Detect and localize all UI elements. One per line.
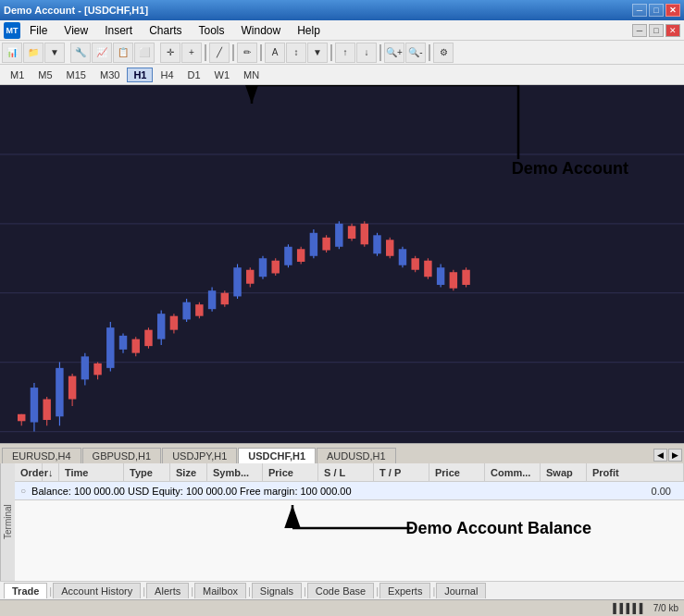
svg-rect-60 (361, 224, 368, 244)
draw-button[interactable]: ✏ (237, 43, 257, 63)
open-button[interactable]: 📁 (23, 43, 44, 63)
svg-rect-34 (195, 304, 203, 315)
svg-rect-62 (373, 235, 380, 253)
chart-down-button[interactable]: ↓ (356, 43, 377, 63)
line-button[interactable]: ╱ (209, 43, 230, 63)
svg-rect-38 (221, 293, 229, 304)
svg-rect-56 (335, 224, 342, 247)
chart-section: Demo Account EURUSD,H4 GBPUSD,H1 USDJPY,… (0, 85, 684, 463)
svg-rect-76 (462, 270, 469, 285)
terminal-body: Terminal Order ↓ Time Type Size Symb... … (0, 463, 684, 581)
tf-h4[interactable]: H4 (154, 68, 180, 82)
menu-close-button[interactable]: ✕ (665, 24, 680, 37)
chart-tab-left-arrow[interactable]: ◀ (653, 449, 667, 462)
th-order: Order (15, 463, 43, 481)
terminal-section: Terminal Order ↓ Time Type Size Symb... … (0, 463, 684, 616)
svg-rect-18 (93, 363, 101, 375)
timeframe-bar: M1 M5 M15 M30 H1 H4 D1 W1 MN (0, 65, 684, 85)
tab-separator-7: | (432, 585, 435, 597)
svg-rect-70 (424, 261, 431, 277)
zoom-button[interactable]: + (181, 43, 202, 63)
svg-rect-36 (208, 290, 216, 309)
bottom-tab-trade[interactable]: Trade (4, 583, 47, 598)
tf-h1[interactable]: H1 (127, 68, 153, 82)
svg-rect-66 (399, 249, 406, 265)
menu-restore-button[interactable]: □ (649, 24, 664, 37)
th-price2: Price (429, 463, 485, 481)
property-button[interactable]: ⚙ (433, 43, 454, 63)
indicator-button[interactable]: 📈 (92, 43, 112, 63)
tf-m15[interactable]: M15 (60, 68, 93, 82)
chart-up-button[interactable]: ↑ (335, 43, 355, 63)
svg-rect-74 (450, 272, 457, 288)
new-chart-button[interactable]: 📊 (2, 43, 22, 63)
expert-button[interactable]: 🔧 (70, 43, 91, 63)
svg-rect-44 (259, 258, 267, 277)
bottom-tab-account-history[interactable]: Account History (53, 583, 141, 598)
chart-tab-eurusd[interactable]: EURUSD,H4 (2, 448, 81, 463)
menu-tools[interactable]: Tools (192, 22, 232, 39)
balance-arrow (15, 500, 684, 581)
menu-window[interactable]: Window (234, 22, 289, 39)
menu-file[interactable]: File (22, 22, 55, 39)
chart-tab-usdchf[interactable]: USDCHF,H1 (238, 448, 316, 463)
chart-tabs: EURUSD,H4 GBPUSD,H1 USDJPY,H1 USDCHF,H1 … (0, 443, 684, 463)
tf-w1[interactable]: W1 (208, 68, 237, 82)
script-button[interactable]: 📋 (113, 43, 133, 63)
svg-rect-54 (322, 238, 330, 251)
bottom-tab-experts[interactable]: Experts (379, 583, 430, 598)
chart-container[interactable]: Demo Account (0, 85, 684, 443)
svg-rect-46 (271, 261, 279, 274)
tf-m5[interactable]: M5 (31, 68, 58, 82)
th-size: Size (170, 463, 207, 481)
th-sort-indicator[interactable]: ↓ (43, 463, 59, 481)
chart-tab-gbpusd[interactable]: GBPUSD,H1 (82, 448, 162, 463)
close-button[interactable]: ✕ (665, 4, 680, 17)
balance-indicator: ○ (20, 486, 26, 496)
th-sl: S / L (318, 463, 374, 481)
text-button[interactable]: A (265, 43, 285, 63)
svg-rect-14 (68, 376, 76, 400)
bottom-tab-journal[interactable]: Journal (436, 583, 486, 598)
menu-view[interactable]: View (56, 22, 95, 39)
chart-tab-audusd[interactable]: AUDUSD,H1 (317, 448, 396, 463)
chart-tab-right-arrow[interactable]: ▶ (668, 449, 682, 462)
svg-rect-8 (31, 388, 38, 422)
minimize-button[interactable]: ─ (632, 4, 647, 17)
cursor-dropdown-button[interactable]: ▼ (307, 43, 328, 63)
bottom-tab-alerts[interactable]: Alerts (146, 583, 189, 598)
menu-insert[interactable]: Insert (97, 22, 140, 39)
bottom-tab-signals[interactable]: Signals (252, 583, 302, 598)
menu-bar: MT File View Insert Charts Tools Window … (0, 20, 684, 41)
menu-help[interactable]: Help (290, 22, 328, 39)
toolbar: 📊 📁 ▼ 🔧 📈 📋 ⬜ ✛ + ╱ ✏ A ↕ ▼ ↑ ↓ 🔍+ 🔍- ⚙ (0, 41, 684, 65)
menu-minimize-button[interactable]: ─ (632, 24, 647, 37)
restore-button[interactable]: □ (649, 4, 664, 17)
svg-rect-48 (284, 247, 292, 265)
tf-m1[interactable]: M1 (4, 68, 31, 82)
svg-rect-52 (310, 233, 317, 256)
svg-rect-72 (437, 267, 444, 285)
svg-rect-6 (18, 414, 25, 421)
bottom-tab-codebase[interactable]: Code Base (307, 583, 374, 598)
bottom-tab-mailbox[interactable]: Mailbox (194, 583, 246, 598)
menu-charts[interactable]: Charts (142, 22, 189, 39)
tab-separator-2: | (143, 585, 145, 597)
tf-mn[interactable]: MN (237, 68, 266, 82)
th-time: Time (59, 463, 124, 481)
window-title: Demo Account - [USDCHF,H1] (4, 5, 148, 16)
crosshair-button[interactable]: ✛ (160, 43, 180, 63)
chart-tab-usdjpy[interactable]: USDJPY,H1 (162, 448, 237, 463)
zoom-out-button[interactable]: 🔍- (405, 43, 426, 63)
svg-rect-24 (132, 339, 140, 353)
zoom-in-button[interactable]: 🔍+ (384, 43, 404, 63)
arrow-button[interactable]: ↕ (286, 43, 306, 63)
template-button[interactable]: ⬜ (134, 43, 155, 63)
table-header: Order ↓ Time Type Size Symb... Price S /… (15, 463, 684, 482)
dropdown-button[interactable]: ▼ (44, 43, 65, 63)
tf-d1[interactable]: D1 (181, 68, 207, 82)
terminal-label: Terminal (0, 463, 15, 581)
tf-m30[interactable]: M30 (93, 68, 126, 82)
svg-rect-20 (106, 327, 114, 368)
svg-rect-26 (144, 330, 152, 346)
